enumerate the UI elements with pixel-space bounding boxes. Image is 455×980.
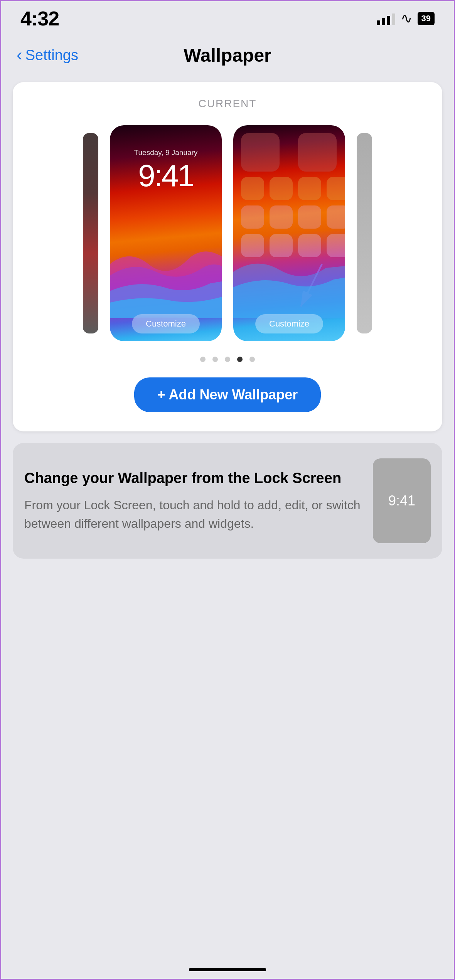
app-icon — [241, 177, 264, 200]
page-title: Wallpaper — [184, 45, 271, 66]
section-label: CURRENT — [199, 98, 257, 110]
app-icon — [298, 177, 321, 200]
signal-bars-icon — [377, 12, 395, 25]
main-content: CURRENT Tuesday, 9 January 9:41 Customi — [1, 74, 454, 566]
page-dot-2 — [212, 357, 218, 362]
page-dots — [200, 357, 255, 362]
app-icon — [327, 177, 345, 200]
signal-bar-3 — [387, 16, 390, 25]
chevron-left-icon: ‹ — [17, 46, 22, 63]
app-icon — [298, 205, 321, 229]
back-button[interactable]: ‹ Settings — [17, 47, 78, 64]
nav-bar: ‹ Settings Wallpaper — [1, 36, 454, 74]
right-edge-preview — [357, 133, 372, 333]
previews-row: Tuesday, 9 January 9:41 Customize — [24, 125, 431, 341]
back-label: Settings — [25, 47, 78, 64]
info-text-block: Change your Wallpaper from the Lock Scre… — [24, 469, 361, 532]
signal-bar-4 — [392, 13, 395, 25]
app-icon — [298, 133, 337, 172]
left-edge-preview — [83, 133, 98, 333]
status-bar: 4:32 ∿ 39 — [1, 1, 454, 36]
home-screen-preview[interactable]: Customize — [233, 125, 345, 341]
wallpaper-card: CURRENT Tuesday, 9 January 9:41 Customi — [13, 82, 442, 431]
app-icon — [327, 205, 345, 229]
status-icons: ∿ 39 — [377, 10, 435, 27]
info-description: From your Lock Screen, touch and hold to… — [24, 496, 361, 533]
add-wallpaper-button[interactable]: + Add New Wallpaper — [134, 377, 321, 412]
app-grid — [241, 133, 337, 257]
app-icon — [241, 133, 280, 172]
page-dot-1 — [200, 357, 206, 362]
home-screen-background: Customize — [233, 125, 345, 341]
lock-wave-decoration — [110, 241, 222, 318]
page-dot-4 — [237, 357, 243, 362]
app-icon — [270, 205, 293, 229]
lock-screen-customize-button[interactable]: Customize — [132, 314, 200, 333]
app-icon — [241, 205, 264, 229]
home-wave-decoration — [233, 249, 345, 318]
signal-bar-1 — [377, 20, 380, 25]
page-dot-5 — [249, 357, 255, 362]
info-title: Change your Wallpaper from the Lock Scre… — [24, 469, 361, 488]
home-indicator — [1, 956, 454, 979]
signal-bar-2 — [382, 18, 385, 25]
lock-time: 9:41 — [110, 158, 222, 194]
info-lock-preview: 9:41 — [373, 458, 431, 543]
battery-badge: 39 — [418, 12, 435, 25]
wifi-icon: ∿ — [401, 10, 412, 27]
lock-screen-preview[interactable]: Tuesday, 9 January 9:41 Customize — [110, 125, 222, 341]
home-screen-customize-button[interactable]: Customize — [255, 314, 323, 333]
lock-screen-background: Tuesday, 9 January 9:41 Customize — [110, 125, 222, 341]
home-indicator-bar — [189, 968, 266, 971]
app-icon — [270, 177, 293, 200]
info-preview-time: 9:41 — [388, 493, 415, 509]
status-time: 4:32 — [20, 7, 59, 30]
info-card: Change your Wallpaper from the Lock Scre… — [13, 443, 442, 559]
page-dot-3 — [225, 357, 230, 362]
lock-date: Tuesday, 9 January — [110, 148, 222, 157]
